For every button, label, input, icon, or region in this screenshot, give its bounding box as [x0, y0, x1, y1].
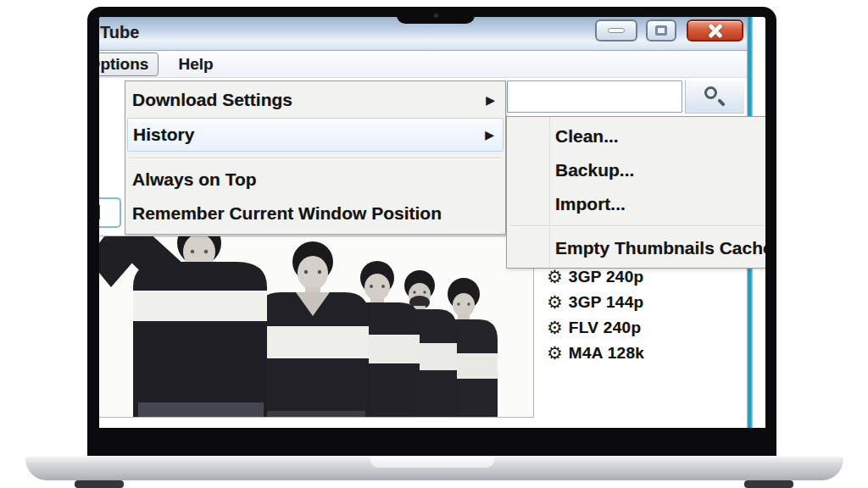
menu-help-label: Help [178, 55, 213, 74]
submenu-item-backup[interactable]: Backup... [509, 153, 765, 187]
format-label: 3GP 144p [569, 293, 644, 312]
gear-icon: ⚙ [547, 294, 563, 312]
maximize-icon [655, 25, 667, 36]
gear-icon: ⚙ [547, 269, 563, 286]
window-title: Tube [100, 23, 139, 42]
menu-item-download-settings[interactable]: Download Settings ▶ [127, 83, 504, 117]
laptop-mockup: Tube Options Help [0, 0, 868, 488]
minimize-icon [608, 28, 625, 33]
format-list: ⚙ 3GP 240p ⚙ 3GP 144p ⚙ FLV 240p ⚙ M4A 1… [547, 264, 733, 366]
format-row[interactable]: ⚙ M4A 128k [547, 341, 733, 366]
submenu-arrow-icon: ▶ [486, 93, 495, 107]
menu-item-always-on-top[interactable]: Always on Top [127, 164, 504, 196]
close-button[interactable] [687, 19, 743, 42]
menu-options[interactable]: Options [99, 53, 159, 76]
format-label: M4A 128k [569, 344, 644, 363]
format-row[interactable]: ⚙ FLV 240p [547, 315, 733, 341]
menu-bar: Options Help [99, 51, 747, 78]
format-label: 3GP 240p [569, 268, 644, 286]
video-thumbnail[interactable] [99, 236, 534, 418]
webcam-notch [397, 7, 475, 24]
options-menu: Download Settings ▶ History ▶ Always on … [125, 80, 506, 235]
gear-icon: ⚙ [547, 319, 563, 337]
submenu-item-empty-thumbnails-cache[interactable]: Empty Thumbnails Cache [509, 230, 765, 266]
search-input[interactable] [507, 80, 682, 113]
format-label: FLV 240p [569, 319, 641, 337]
webcam-icon [434, 14, 438, 18]
dropdown-fragment[interactable] [99, 197, 121, 228]
menu-separator [129, 158, 502, 159]
search-icon [704, 86, 717, 99]
menu-options-label: Options [99, 55, 148, 74]
submenu-arrow-icon: ▶ [485, 128, 494, 141]
format-row[interactable]: ⚙ 3GP 144p [547, 290, 733, 315]
laptop-foot [744, 480, 793, 488]
history-submenu: Clean... Backup... Import... Empty Thumb… [506, 116, 765, 269]
menu-separator [510, 225, 765, 227]
laptop-base [25, 456, 843, 480]
submenu-item-clean[interactable]: Clean... [509, 119, 765, 153]
laptop-foot [75, 480, 124, 488]
menu-item-remember-position[interactable]: Remember Current Window Position [127, 197, 504, 230]
gear-icon: ⚙ [547, 345, 563, 363]
submenu-item-import[interactable]: Import... [509, 187, 765, 221]
minimize-button[interactable] [595, 19, 637, 42]
laptop-screen-bezel: Tube Options Help [87, 7, 776, 456]
maximize-button[interactable] [646, 19, 676, 42]
desktop: Tube Options Help [99, 17, 765, 428]
close-icon [706, 23, 725, 38]
menu-item-history[interactable]: History ▶ [127, 118, 504, 152]
laptop-latch-notch [370, 456, 494, 468]
search-button[interactable] [685, 80, 744, 114]
menu-help[interactable]: Help [169, 53, 223, 76]
band-photo [99, 236, 534, 418]
